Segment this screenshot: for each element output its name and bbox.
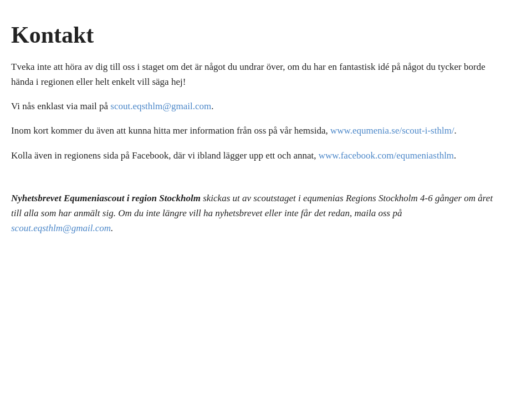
hemsida-link[interactable]: www.equmenia.se/scout-i-sthlm/ bbox=[330, 125, 454, 136]
mail-text-after: . bbox=[211, 101, 213, 111]
facebook-text-after: . bbox=[454, 150, 456, 161]
newsletter-text-end: . bbox=[111, 223, 113, 233]
newsletter-paragraph: Nyhetsbrevet Equmeniascout i region Stoc… bbox=[11, 191, 504, 236]
facebook-paragraph: Kolla även in regionens sida på Facebook… bbox=[11, 149, 504, 163]
mail-link[interactable]: scout.eqsthlm@gmail.com bbox=[110, 101, 211, 111]
intro-paragraph: Tveka inte att höra av dig till oss i st… bbox=[11, 60, 504, 89]
facebook-link[interactable]: www.facebook.com/equmeniasthlm bbox=[319, 150, 454, 161]
page-title: Kontakt bbox=[11, 22, 504, 48]
newsletter-bold-italic: Nyhetsbrevet Equmeniascout i region Stoc… bbox=[11, 193, 201, 203]
hemsida-paragraph: Inom kort kommer du även att kunna hitta… bbox=[11, 124, 504, 138]
mail-text-before: Vi nås enklast via mail på bbox=[11, 101, 110, 111]
facebook-text-before: Kolla även in regionens sida på Facebook… bbox=[11, 150, 319, 161]
hemsida-text-after: . bbox=[454, 125, 457, 136]
mail-paragraph: Vi nås enklast via mail på scout.eqsthlm… bbox=[11, 99, 504, 114]
hemsida-text-before: Inom kort kommer du även att kunna hitta… bbox=[11, 125, 330, 136]
newsletter-email-link[interactable]: scout.eqsthlm@gmail.com bbox=[11, 223, 111, 233]
